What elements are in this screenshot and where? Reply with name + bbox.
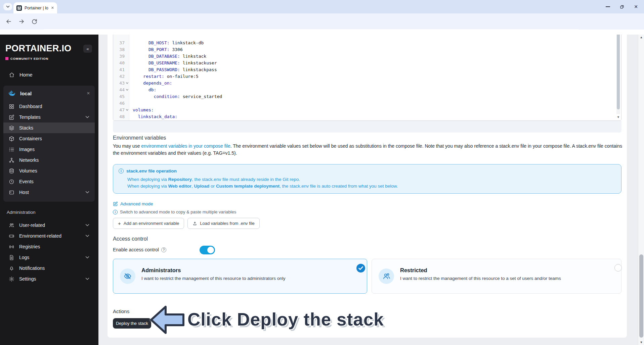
fold-chevron-icon[interactable] xyxy=(126,109,129,111)
yaml-key: DB_HOST: xyxy=(133,40,170,45)
chevron-down-icon xyxy=(85,224,89,227)
compose-env-vars-link[interactable]: environment variables in your compose fi… xyxy=(141,143,230,149)
window-restore-icon[interactable] xyxy=(620,5,624,9)
code-line: 44 db: xyxy=(113,86,621,93)
add-environment-variable-button[interactable]: + Add an environment variable xyxy=(113,218,184,229)
access-option-administrators[interactable]: Administrators I want to restrict the ma… xyxy=(113,259,367,294)
toggle-knob xyxy=(207,247,214,253)
sidebar-item-environment-related[interactable]: Environment-related xyxy=(3,231,95,241)
sidebar-item-user-related[interactable]: User-related xyxy=(3,220,95,231)
scroll-down-icon[interactable]: ▼ xyxy=(638,341,644,344)
portainer-logo[interactable]: PORTAINER.IO xyxy=(5,43,72,54)
administration-section-label: Administration xyxy=(7,210,36,215)
sidebar-item-dashboard[interactable]: Dashboard xyxy=(3,101,95,112)
sidebar-item-label: Images xyxy=(19,147,89,152)
sidebar-item-volumes[interactable]: Volumes xyxy=(3,165,95,176)
yaml-value: 3306 xyxy=(170,47,183,52)
administrators-description: I want to restrict the management of thi… xyxy=(141,276,285,281)
access-option-restricted[interactable]: Restricted I want to restrict the manage… xyxy=(372,259,621,294)
line-number: 42 xyxy=(113,74,125,79)
environment-variables-description: You may use environment variables in you… xyxy=(113,143,622,157)
window-minimize-icon[interactable] xyxy=(606,6,610,7)
yaml-value: linkstack-db xyxy=(170,40,204,45)
sidebar-item-registries[interactable]: Registries xyxy=(3,241,95,252)
help-question-icon[interactable]: ? xyxy=(161,247,166,252)
sidebar-item-containers[interactable]: Containers xyxy=(3,133,95,144)
info-line-repository: When deploying via Repository, the stack… xyxy=(127,176,616,183)
sidebar-item-label: Dashboard xyxy=(19,104,89,109)
line-number: 43 xyxy=(113,81,125,86)
docker-whale-icon xyxy=(8,90,15,97)
scroll-up-icon[interactable]: ▲ xyxy=(638,36,644,39)
editor-scrollbar-thumb[interactable] xyxy=(617,35,620,109)
unselected-radio[interactable] xyxy=(614,264,622,272)
eye-off-icon xyxy=(124,272,132,280)
page: PORTAINER.IO « COMMUNITY EDITION Home lo… xyxy=(0,35,644,345)
bell-icon xyxy=(9,265,14,271)
chevron-down-icon xyxy=(85,191,89,194)
tab-search-button[interactable] xyxy=(3,3,12,10)
sidebar-item-logs[interactable]: Logs xyxy=(3,252,95,263)
sidebar-item-images[interactable]: Images xyxy=(3,144,95,155)
containers-icon xyxy=(9,136,14,142)
advanced-mode-link[interactable]: Advanced mode xyxy=(120,201,153,206)
info-line-web-editor: When deploying via Web editor, Upload or… xyxy=(127,183,616,190)
sidebar-item-networks[interactable]: Networks xyxy=(3,155,95,165)
reload-button[interactable] xyxy=(30,17,38,26)
editor-scroll-down-icon[interactable]: ▼ xyxy=(616,115,620,119)
line-number: 40 xyxy=(113,60,125,65)
sidebar-item-host[interactable]: Host xyxy=(3,187,95,198)
enable-access-control-label: Enable access control xyxy=(113,247,159,252)
sidebar-item-stacks[interactable]: Stacks xyxy=(3,122,95,133)
sidebar-item-events[interactable]: Events xyxy=(3,176,95,187)
back-button[interactable] xyxy=(5,17,13,26)
events-clock-icon xyxy=(9,179,14,185)
sidebar-item-notifications[interactable]: Notifications xyxy=(3,263,95,274)
sidebar-item-label: Settings xyxy=(19,276,81,282)
sidebar-item-settings[interactable]: Settings xyxy=(3,274,95,284)
browser-tab[interactable]: Portainer | lo ✕ xyxy=(13,2,57,13)
sidebar-collapse-button[interactable]: « xyxy=(83,45,92,53)
selected-check-icon[interactable] xyxy=(356,264,365,273)
yaml-value: service_started xyxy=(180,94,222,99)
forward-button[interactable] xyxy=(17,17,26,26)
sidebar-item-label: User-related xyxy=(19,223,81,228)
compose-code-editor[interactable]: 37 DB_HOST: linkstack-db 38 DB_PORT: 330… xyxy=(113,35,621,121)
hard-drive-icon xyxy=(9,233,14,239)
yaml-key: DB_USERNAME: xyxy=(133,60,180,65)
page-scrollbar-thumb[interactable] xyxy=(639,254,643,338)
fold-chevron-icon[interactable] xyxy=(126,82,129,84)
fold-chevron-icon[interactable] xyxy=(126,89,129,91)
code-line: 43 depends_on: xyxy=(113,80,621,86)
stack-env-info-box: i stack.env file operation When deployin… xyxy=(113,164,621,194)
yaml-value: linkstackuser xyxy=(180,60,217,65)
upload-icon xyxy=(192,221,197,226)
tab-close-icon[interactable]: ✕ xyxy=(51,6,54,10)
deploy-the-stack-button[interactable]: Deploy the stack xyxy=(113,318,151,329)
window-close-icon[interactable]: ✕ xyxy=(634,4,638,9)
actions-heading: Actions xyxy=(113,308,129,314)
reload-icon xyxy=(31,18,38,25)
code-line: 40 DB_USERNAME: linkstackuser xyxy=(113,59,621,66)
sidebar-item-templates[interactable]: Templates xyxy=(3,112,95,122)
info-circle-icon: i xyxy=(113,210,118,214)
code-line: 45 condition: service_started xyxy=(113,93,621,100)
environment-header[interactable]: local ✕ xyxy=(3,86,95,101)
line-number: 39 xyxy=(113,54,125,59)
yaml-key: linkstack_data: xyxy=(133,114,177,119)
sidebar-item-label: Registries xyxy=(19,244,89,249)
info-circle-icon: i xyxy=(119,168,124,174)
enable-access-control-toggle[interactable] xyxy=(200,246,215,254)
sidebar-item-home[interactable]: Home xyxy=(9,69,89,81)
administration-list: User-related Environment-related Registr… xyxy=(3,220,95,284)
page-scrollbar[interactable]: ▲ ▼ xyxy=(638,35,644,345)
load-variables-from-env-file-button[interactable]: Load variables from .env file xyxy=(187,218,260,229)
portainer-favicon-icon xyxy=(16,5,22,11)
advanced-mode-row: Advanced mode xyxy=(113,201,153,206)
chevron-down-icon xyxy=(85,278,89,280)
registries-icon xyxy=(9,244,14,250)
environment-close-icon[interactable]: ✕ xyxy=(87,91,90,96)
yaml-value: linkstackpass xyxy=(180,67,217,72)
templates-icon xyxy=(9,114,14,120)
editor-lines: 37 DB_HOST: linkstack-db 38 DB_PORT: 330… xyxy=(113,39,621,120)
